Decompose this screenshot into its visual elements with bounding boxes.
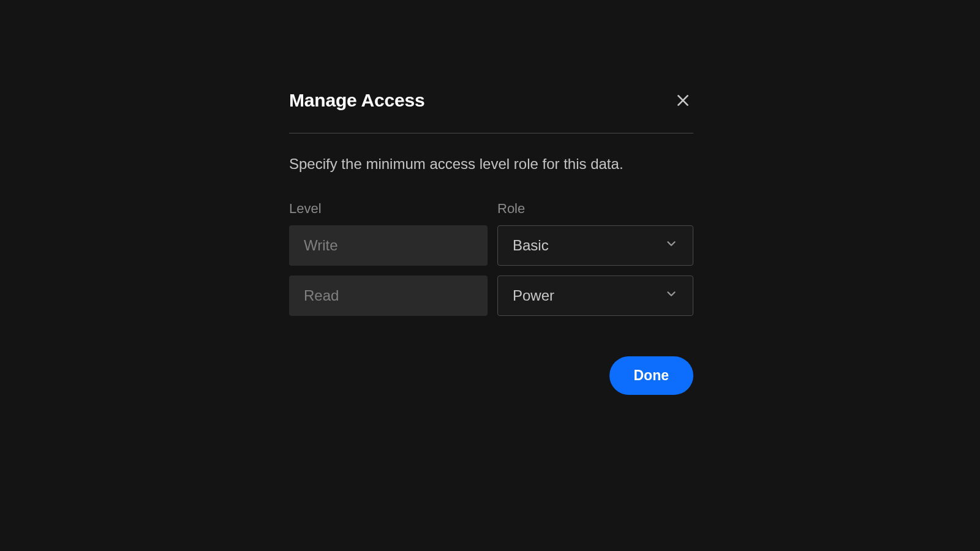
role-select-write[interactable]: Basic <box>497 225 693 266</box>
close-icon <box>675 92 691 111</box>
role-column-label: Role <box>497 201 693 217</box>
level-value-write: Write <box>289 225 488 266</box>
role-select-value: Power <box>513 287 554 304</box>
role-select-value: Basic <box>513 237 549 254</box>
access-row: Read Power <box>289 276 693 316</box>
modal-description: Specify the minimum access level role fo… <box>289 156 693 173</box>
chevron-down-icon <box>665 237 678 254</box>
done-button[interactable]: Done <box>609 356 694 395</box>
modal-title: Manage Access <box>289 90 693 111</box>
chevron-down-icon <box>665 287 678 304</box>
access-row: Write Basic <box>289 225 693 266</box>
level-column-label: Level <box>289 201 488 217</box>
manage-access-modal: Manage Access Specify the minimum access… <box>289 90 693 395</box>
role-select-read[interactable]: Power <box>497 276 693 316</box>
level-value-read: Read <box>289 276 488 316</box>
columns-header: Level Role <box>289 201 693 217</box>
close-button[interactable] <box>674 92 692 111</box>
modal-footer: Done <box>289 356 693 395</box>
divider <box>289 133 693 133</box>
